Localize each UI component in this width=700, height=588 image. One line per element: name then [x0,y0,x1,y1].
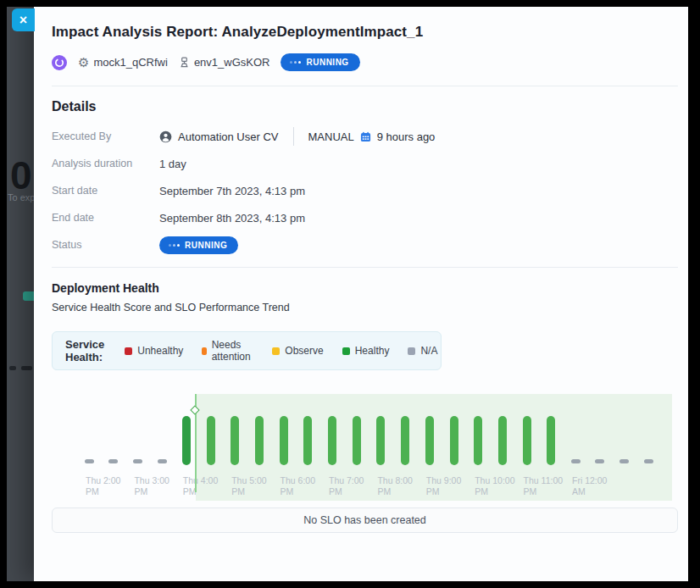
legend-title: Service Health: [65,338,104,363]
status-badge: RUNNING [281,53,359,71]
background-text-snippet: To expa [8,192,34,202]
gear-icon: ⚙ [78,56,89,69]
environment-name: env1_wGsKOR [194,56,270,69]
detail-row-duration: Analysis duration 1 day [52,150,678,177]
status-badge-label: RUNNING [185,241,227,250]
health-bar[interactable] [425,416,434,465]
header-divider [52,86,678,86]
health-bar[interactable] [328,416,336,465]
x-axis-tick-label: Thu 5:00PM [231,475,266,497]
health-bar[interactable] [255,416,264,465]
detail-value: 1 day [159,158,186,170]
page-title: Impact Analysis Report: AnalyzeDeploymen… [52,24,678,41]
x-axis-tick-label: Thu 10:00PM [475,475,514,497]
environment-icon [179,57,190,68]
impact-analysis-drawer: × Impact Analysis Report: AnalyzeDeploym… [34,7,688,581]
na-dash[interactable] [644,459,653,463]
health-bar[interactable] [353,416,361,465]
health-bar[interactable] [303,416,312,465]
status-badge: RUNNING [159,236,238,254]
status-badge-label: RUNNING [306,58,348,67]
executed-by-user: Automation User CV [178,130,279,143]
service-health-legend: Service Health: UnhealthyNeeds attention… [52,331,442,370]
health-bar[interactable] [401,416,409,465]
legend-item: Needs attention [202,339,253,363]
background-dash [21,366,32,370]
health-bar[interactable] [207,416,215,465]
detail-label: Analysis duration [52,158,159,169]
service-name: mock1_qCRfwi [93,56,167,69]
detail-row-start-date: Start date September 7th 2023, 4:13 pm [52,177,678,204]
legend-item: Observe [272,345,323,357]
legend-label: Healthy [355,345,390,357]
x-axis-tick-label: Thu 11:00PM [524,475,564,497]
legend-swatch-icon [125,347,132,355]
detail-label: Status [52,239,159,251]
legend-item: N/A [408,345,437,357]
service-chip[interactable]: ⚙ mock1_qCRfwi [78,56,168,69]
legend-swatch-icon [408,347,415,355]
health-bar[interactable] [280,416,288,465]
background-page: 0 To expa [7,7,34,581]
na-dash[interactable] [133,459,142,463]
legend-label: Observe [285,345,323,357]
running-dots-icon [169,244,180,247]
background-metric-value: 0 [10,153,31,198]
na-dash[interactable] [158,459,167,463]
detail-value: RUNNING [159,236,238,254]
legend-swatch-icon [342,347,350,355]
na-dash[interactable] [108,459,118,463]
deployment-health-heading: Deployment Health [52,281,678,295]
executed-time: 9 hours ago [377,130,436,143]
health-bar[interactable] [376,416,385,465]
section-divider [52,267,678,268]
health-bar[interactable] [498,416,507,465]
user-icon [159,130,172,143]
legend-item: Healthy [342,345,390,357]
na-dash[interactable] [595,459,604,463]
health-bar[interactable] [547,416,555,465]
detail-row-executed-by: Executed By Automation User CV MANUAL [52,123,678,150]
x-axis-tick-label: Thu 4:00PM [183,475,218,497]
detail-value: Automation User CV MANUAL 9 hours ago [159,127,435,146]
x-axis-tick-label: Thu 7:00PM [329,475,364,497]
legend-label: Needs attention [212,339,254,363]
na-dash[interactable] [571,459,581,463]
health-bar[interactable] [182,416,191,465]
health-bar[interactable] [474,416,482,465]
running-dots-icon [290,61,301,64]
background-dash [9,366,16,370]
health-chart-plot[interactable]: Thu 2:00PMThu 3:00PMThu 4:00PMThu 5:00PM… [52,380,678,501]
background-chip [23,291,34,301]
x-axis-tick-label: Thu 9:00PM [426,475,461,497]
detail-value: September 7th 2023, 4:13 pm [159,185,305,197]
detail-label: Executed By [52,130,159,142]
x-axis-tick-label: Thu 8:00PM [377,475,412,497]
report-meta-row: ⚙ mock1_qCRfwi env1_wGsKOR RUNNING [52,53,678,71]
close-button[interactable]: × [12,8,35,31]
detail-label: End date [52,212,159,224]
x-axis-tick-label: Thu 2:00PM [86,475,120,497]
legend-items: UnhealthyNeeds attentionObserveHealthyN/… [125,339,437,363]
x-axis-tick-label: Fri 12:00AM [572,475,607,497]
x-axis-tick-label: Thu 6:00PM [281,475,315,497]
deployment-health-subtitle: Service Health Score and SLO Performance… [52,302,678,313]
detail-row-end-date: End date September 8th 2023, 4:13 pm [52,204,678,231]
detail-row-status: Status RUNNING [52,231,678,258]
legend-label: Unhealthy [137,345,183,357]
legend-swatch-icon [272,347,280,355]
close-icon: × [19,14,27,27]
no-slo-text: No SLO has been created [303,514,426,526]
health-bar[interactable] [450,416,458,465]
na-dash[interactable] [619,459,629,463]
na-dash[interactable] [85,459,94,463]
health-bar[interactable] [523,416,531,465]
report-avatar-icon [52,55,67,70]
vertical-divider [293,127,294,146]
detail-value: September 8th 2023, 4:13 pm [159,212,305,225]
health-bar[interactable] [231,416,239,465]
details-heading: Details [52,99,678,114]
environment-chip[interactable]: env1_wGsKOR [179,56,270,69]
legend-item: Unhealthy [125,345,183,357]
trigger-type: MANUAL [308,130,354,143]
